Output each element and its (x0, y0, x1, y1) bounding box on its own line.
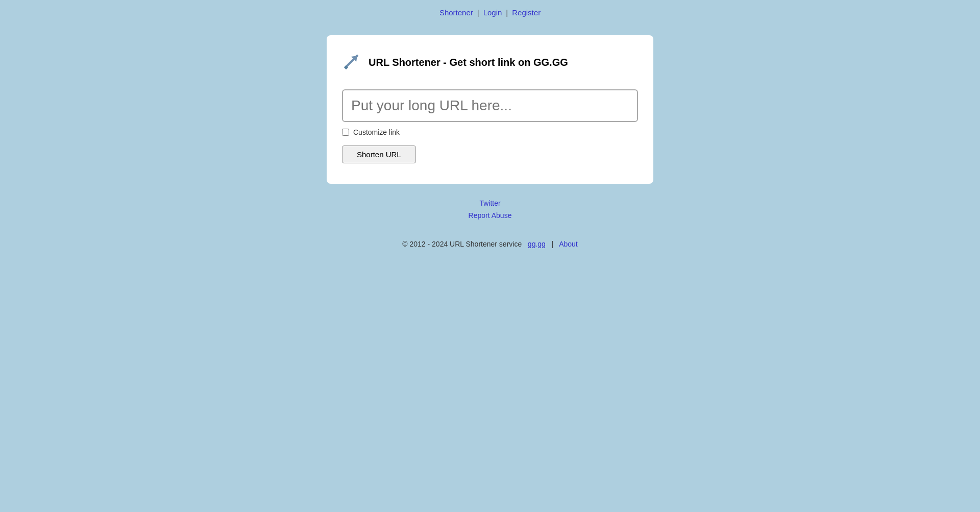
shorten-url-button[interactable]: Shorten URL (342, 145, 416, 163)
main-card: URL Shortener - Get short link on GG.GG … (327, 35, 653, 184)
copyright: © 2012 - 2024 URL Shortener service gg.g… (0, 240, 980, 248)
gg-link[interactable]: gg.gg (528, 240, 546, 248)
logo-icon (342, 51, 362, 74)
card-title: URL Shortener - Get short link on GG.GG (369, 57, 568, 68)
nav-shortener[interactable]: Shortener (439, 8, 473, 17)
url-input[interactable] (342, 89, 638, 122)
report-abuse-link[interactable]: Report Abuse (469, 211, 512, 220)
customize-label[interactable]: Customize link (353, 128, 400, 136)
card-header: URL Shortener - Get short link on GG.GG (342, 51, 638, 74)
copyright-text: © 2012 - 2024 URL Shortener service (402, 240, 522, 248)
twitter-link[interactable]: Twitter (479, 199, 500, 207)
nav-separator-2: | (506, 8, 508, 17)
copyright-separator: | (552, 240, 554, 248)
footer-links: Twitter Report Abuse (0, 199, 980, 220)
navigation: Shortener | Login | Register (0, 0, 980, 25)
customize-checkbox[interactable] (342, 129, 349, 136)
about-link[interactable]: About (559, 240, 578, 248)
nav-separator-1: | (477, 8, 479, 17)
nav-login[interactable]: Login (483, 8, 502, 17)
nav-register[interactable]: Register (512, 8, 541, 17)
customize-row: Customize link (342, 128, 638, 136)
